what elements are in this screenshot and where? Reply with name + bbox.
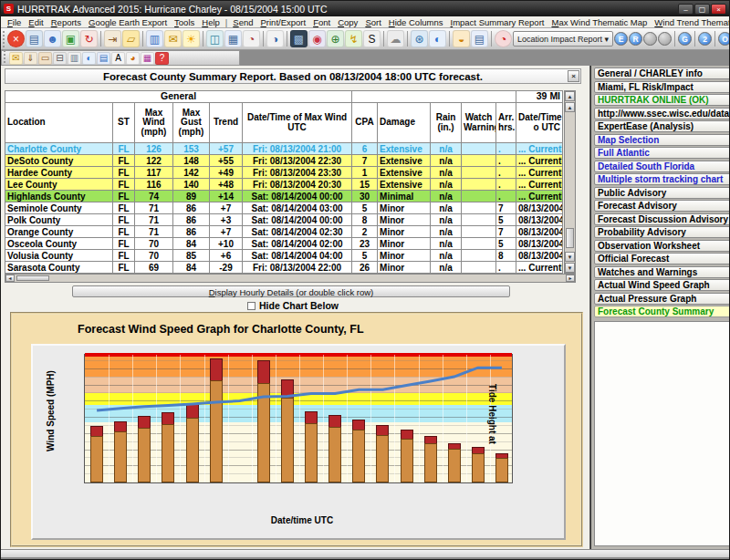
chart-grid-icon[interactable]: ▦ — [141, 52, 154, 65]
send-mail-icon[interactable]: ✉ — [9, 52, 23, 65]
earth-globe-icon[interactable]: ⊕ — [327, 30, 344, 47]
help-icon[interactable]: ? — [155, 52, 169, 65]
copy-icon[interactable]: ▥ — [68, 52, 81, 65]
report-doc-icon[interactable]: ▥ — [146, 30, 163, 47]
column-header-date-time-o-utc[interactable]: Date/Time o UTC — [516, 103, 563, 143]
stamp-icon[interactable]: ▭ — [38, 52, 52, 65]
sidebar-item-probability-advisory[interactable]: Probability Advisory — [594, 226, 730, 238]
sidebar-item-watches-and-warnings[interactable]: Watches and Warnings — [594, 266, 730, 278]
round-button-2[interactable]: 2 — [698, 32, 712, 46]
table-row-highlands-county[interactable]: Highlands CountyFL7489+14Sat: 08/14/2004… — [5, 191, 563, 202]
menu-item-wind-trend-thematic-map[interactable]: Wind Trend Thematic Map — [651, 17, 730, 27]
form-doc-icon[interactable]: ▤ — [97, 52, 110, 65]
scroll-down2-icon[interactable]: ▼ — [565, 263, 575, 273]
sidebar-item-public-advisory[interactable]: Public Advisory — [594, 187, 730, 199]
scroll-right-icon[interactable]: ► — [566, 275, 575, 282]
copy-pages-icon[interactable]: ▦ — [224, 30, 242, 47]
column-header-watch-warning[interactable]: Watch Warning — [462, 103, 496, 143]
table-vertical-scrollbar[interactable]: ▲ ▲ ▼ ▼ — [564, 90, 576, 274]
display-hourly-details-button[interactable]: Display Hourly Details (or double click … — [72, 285, 510, 297]
user-icon[interactable]: ☻ — [44, 30, 61, 47]
hurricane-symbol-icon[interactable]: S — [363, 30, 381, 47]
storm-cloud-icon[interactable]: ☁ — [387, 30, 404, 47]
table-row-desoto-county[interactable]: DeSoto CountyFL122148+55Fri: 08/13/2004 … — [5, 155, 563, 167]
table-row-lee-county[interactable]: Lee CountyFL116140+48Fri: 08/13/2004 20:… — [5, 179, 563, 191]
column-header-arr-hrs-[interactable]: Arr. hrs. — [496, 103, 516, 143]
sidebar-item-multiple-storm-tracking-chart[interactable]: Multiple storm tracking chart — [594, 173, 730, 185]
menu-item-reports[interactable]: Reports — [47, 17, 85, 27]
world-export-icon[interactable]: ⊛ — [411, 30, 428, 47]
table-row-seminole-county[interactable]: Seminole CountyFL7186+7Sat: 08/14/2004 0… — [5, 202, 563, 214]
sidebar-item-official-forecast[interactable]: Official Forecast — [594, 253, 730, 264]
report-window-icon[interactable]: ▣ — [62, 30, 79, 47]
round-button-o[interactable]: O — [718, 32, 730, 46]
table-row-charlotte-county[interactable]: Charlotte CountyFL126153+57Fri: 08/13/20… — [5, 143, 563, 155]
column-header-max-gust-mph-[interactable]: Max Gust (mph) — [173, 103, 210, 143]
sidebar-item-observation-worksheet[interactable]: Observation Worksheet — [594, 240, 730, 252]
sidebar-item-detailed-south-florida[interactable]: Detailed South Florida — [594, 161, 730, 172]
column-header-trend[interactable]: Trend — [210, 103, 243, 143]
table-row-hardee-county[interactable]: Hardee CountyFL117142+49Fri: 08/13/2004 … — [5, 167, 563, 179]
restore-button[interactable]: ▢ — [694, 4, 710, 15]
menu-item-help[interactable]: Help — [198, 17, 224, 27]
print-icon[interactable]: ⊟ — [53, 52, 67, 65]
table-row-volusia-county[interactable]: Volusia CountyFL7085+6Sat: 08/14/2004 04… — [5, 250, 563, 262]
column-header-max-wind-mph-[interactable]: Max Wind (mph) — [135, 103, 173, 143]
impact-clock-icon[interactable]: ◔ — [495, 30, 512, 47]
menu-item-hide-columns[interactable]: Hide Columns — [385, 17, 447, 27]
menu-item-font[interactable]: Font — [309, 17, 334, 27]
menu-item-impact-summary-report[interactable]: Impact Summary Report — [447, 17, 548, 27]
menu-item-sort[interactable]: Sort — [361, 17, 384, 27]
google-earth-icon[interactable]: ◐ — [429, 30, 446, 47]
column-header-cpa[interactable]: CPA — [352, 103, 378, 143]
exit-door-icon[interactable]: ⇥ — [104, 30, 121, 47]
report-close-icon[interactable]: × — [568, 70, 579, 82]
sidebar-item-full-atlantic[interactable]: Full Atlantic — [594, 147, 730, 159]
round-button-e[interactable]: E — [614, 32, 628, 46]
scroll-down-icon[interactable]: ▼ — [565, 252, 575, 262]
menu-item-copy[interactable]: Copy — [334, 17, 361, 27]
doc-time-icon[interactable]: ▤ — [471, 30, 488, 47]
pie-chart-icon[interactable]: ◕ — [126, 52, 140, 65]
table-row-sarasota-county[interactable]: Sarasota CountyFL6984-29Fri: 08/13/2004 … — [5, 262, 563, 274]
table-row-orange-county[interactable]: Orange CountyFL7186+7Sat: 08/14/2004 02:… — [5, 226, 563, 238]
sun-icon[interactable]: ☀ — [182, 30, 200, 47]
sidebar-item-forecast-discussion-advisory[interactable]: Forecast Discussion Advisory — [594, 213, 730, 225]
table-horizontal-scrollbar[interactable]: ◄ ► — [5, 274, 576, 283]
close-button[interactable]: × — [711, 4, 726, 15]
round-button-g[interactable]: G — [678, 32, 692, 46]
mail-warning-icon[interactable]: ✉ — [164, 30, 182, 47]
export-mail-icon[interactable]: ⇓ — [24, 52, 37, 65]
sidebar-item-general-charley-info[interactable]: General / CHARLEY info — [594, 67, 730, 79]
sidebar-item-actual-wind-speed-graph[interactable]: Actual Wind Speed Graph — [594, 279, 730, 291]
storm-energy-icon[interactable]: ↯ — [345, 30, 362, 47]
column-header-rain-in-[interactable]: Rain (in.) — [431, 103, 462, 143]
image-export-icon[interactable]: ◫ — [206, 30, 224, 47]
hscroll-thumb[interactable] — [16, 275, 49, 281]
menu-item-max-wind-thematic-map[interactable]: Max Wind Thematic Map — [548, 17, 651, 27]
hide-chart-checkbox[interactable] — [247, 302, 256, 310]
round-button-r[interactable]: R — [629, 32, 642, 46]
noaa-icon[interactable]: ◉ — [308, 30, 326, 47]
refresh-icon[interactable]: ↻ — [80, 30, 98, 47]
table-row-osceola-county[interactable]: Osceola CountyFL7084+10Sat: 08/14/2004 0… — [5, 238, 563, 250]
system-clock-icon[interactable]: ▤ — [26, 30, 43, 47]
gauge-clock-icon[interactable]: ◑ — [266, 30, 284, 47]
sidebar-item-hurrtrak-online-ok-[interactable]: HURRTRAK ONLINE (OK) — [594, 94, 730, 106]
menu-item-send[interactable]: Send — [229, 17, 256, 27]
location-impact-report-dropdown[interactable]: Location Impact Report ▾ — [513, 31, 613, 47]
gauge-icon[interactable]: ◔ — [243, 30, 260, 47]
close-report-icon[interactable]: × — [7, 30, 25, 47]
scroll-left-icon[interactable]: ◄ — [5, 275, 15, 282]
scroll-up2-icon[interactable]: ▲ — [565, 102, 575, 112]
round-button-disabled-2[interactable] — [658, 32, 672, 46]
menu-item-tools[interactable]: Tools — [171, 17, 198, 27]
menu-item-file[interactable]: File — [4, 17, 25, 27]
minimize-button[interactable]: – — [678, 4, 694, 15]
sidebar-item-expertease-analysis-[interactable]: ExpertEase (Analysis) — [594, 120, 730, 132]
sidebar-item-miami-fl-risk-impact[interactable]: Miami, FL Risk/Impact — [594, 81, 730, 93]
column-header-date-time-of-max-wind-utc[interactable]: Date/Time of Max Wind UTC — [243, 103, 352, 143]
menu-item-google-earth-export[interactable]: Google Earth Export — [85, 17, 171, 27]
column-header-damage[interactable]: Damage — [378, 103, 431, 143]
round-button-disabled-1[interactable] — [643, 32, 657, 46]
